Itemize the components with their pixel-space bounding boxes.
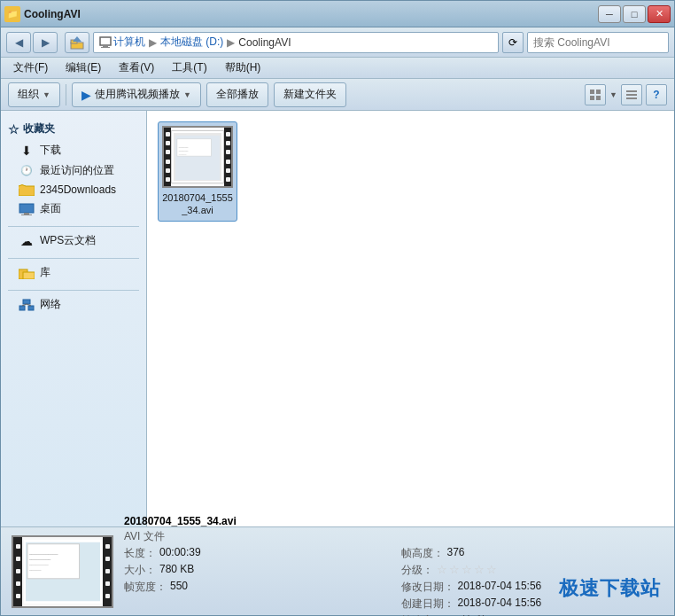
film-strip-left [164, 128, 171, 186]
duration-row: 长度： 00:00:39 [124, 546, 387, 561]
sidebar-item-desktop[interactable]: 桌面 [1, 199, 146, 219]
back-button[interactable]: ◀ [6, 32, 31, 53]
play-button[interactable]: ▶ 使用腾讯视频播放 ▼ [72, 82, 201, 107]
svg-rect-3 [100, 37, 111, 45]
search-input[interactable] [528, 36, 669, 49]
search-box: 🔍 [527, 32, 669, 53]
wps-section: ☁ WPS云文档 [1, 230, 146, 251]
maximize-button[interactable]: □ [623, 5, 646, 23]
size-value: 780 KB [159, 563, 194, 578]
breadcrumb-drive[interactable]: 本地磁盘 (D:) [160, 35, 223, 50]
recent-icon: 🕐 [19, 165, 35, 176]
favorites-header[interactable]: ☆ 收藏夹 [1, 118, 146, 140]
folder-2345-icon [19, 183, 35, 196]
breadcrumb[interactable]: 计算机 ▶ 本地磁盘 (D:) ▶ CoolingAVI [93, 32, 499, 53]
breadcrumb-computer[interactable] [99, 35, 113, 49]
height-label: 帧高度： [401, 546, 444, 561]
star-4[interactable]: ☆ [474, 563, 485, 578]
svg-marker-2 [73, 36, 81, 42]
svg-rect-14 [19, 186, 26, 189]
favorites-label: 收藏夹 [23, 121, 55, 136]
forward-button[interactable]: ▶ [33, 32, 58, 53]
sidebar-item-download[interactable]: ⬇ 下载 [1, 140, 146, 160]
svg-rect-4 [103, 45, 108, 47]
size-label: 大小： [124, 563, 156, 578]
size-row: 大小： 780 KB [124, 563, 387, 578]
file-area[interactable]: _____ _____ ____ [147, 111, 674, 526]
sidebar-divider-3 [8, 290, 139, 291]
sidebar-item-recent-label: 最近访问的位置 [40, 163, 114, 178]
fps-value: 25 帧/秒 [447, 613, 486, 617]
play-all-button[interactable]: 全部播放 [206, 82, 268, 107]
download-icon: ⬇ [19, 144, 35, 158]
menu-help[interactable]: 帮助(H) [218, 58, 268, 77]
sidebar-item-wps-label: WPS云文档 [40, 233, 96, 248]
duration-value: 00:00:39 [159, 546, 201, 561]
new-folder-label: 新建文件夹 [283, 87, 337, 102]
fps-row: 帧速率： 25 帧/秒 [401, 613, 664, 617]
sidebar-divider-1 [8, 226, 139, 227]
star-5[interactable]: ☆ [486, 563, 497, 578]
toolbar: 组织 ▼ ▶ 使用腾讯视频播放 ▼ 全部播放 新建文件夹 ▼ [1, 79, 674, 111]
sidebar-item-2345[interactable]: 2345Downloads [1, 181, 146, 199]
bottom-film-content: ____________ _________ ________ _____ [24, 540, 102, 604]
svg-rect-17 [21, 214, 32, 215]
file-item[interactable]: _____ _____ ____ [158, 121, 237, 222]
svg-rect-21 [19, 306, 25, 310]
favorites-section: ☆ 收藏夹 ⬇ 下载 🕐 最近访问的位置 [1, 118, 146, 219]
star-rating[interactable]: ☆ ☆ ☆ ☆ ☆ [437, 563, 497, 578]
sidebar-divider-2 [8, 258, 139, 259]
svg-rect-6 [590, 90, 594, 94]
svg-text:____: ____ [178, 152, 187, 155]
network-section: 网络 [1, 294, 146, 315]
favorites-icon: ☆ [8, 122, 19, 136]
fps-label: 帧速率： [401, 613, 444, 617]
bottom-filename: 20180704_1555_34.avi [124, 515, 663, 527]
svg-rect-22 [28, 306, 34, 310]
svg-rect-5 [101, 47, 110, 48]
breadcrumb-computer-text[interactable]: 计算机 [113, 35, 145, 50]
sidebar: ☆ 收藏夹 ⬇ 下载 🕐 最近访问的位置 [1, 111, 147, 526]
svg-rect-15 [19, 204, 34, 213]
bottom-thumbnail: ____________ _________ ________ _____ [12, 535, 113, 608]
help-button[interactable]: ? [646, 84, 667, 105]
menu-view[interactable]: 查看(V) [112, 58, 161, 77]
sidebar-item-library-label: 库 [40, 265, 50, 280]
new-folder-button[interactable]: 新建文件夹 [274, 82, 346, 107]
svg-text:_____: _____ [27, 566, 41, 571]
sidebar-item-network-label: 网络 [40, 297, 61, 312]
star-1[interactable]: ☆ [437, 563, 447, 578]
window-controls: ─ □ ✕ [598, 5, 671, 23]
svg-rect-12 [626, 97, 637, 99]
organize-button[interactable]: 组织 ▼ [8, 82, 60, 107]
close-button[interactable]: ✕ [648, 5, 671, 23]
up-button[interactable] [65, 32, 89, 53]
view-dropdown-arrow[interactable]: ▼ [609, 90, 617, 99]
star-3[interactable]: ☆ [462, 563, 472, 578]
view-dropdown-button[interactable] [585, 84, 606, 105]
menu-tools[interactable]: 工具(T) [165, 58, 213, 77]
star-2[interactable]: ☆ [449, 563, 460, 578]
view-details-button[interactable] [621, 84, 642, 105]
watermark: 极速下载站 [559, 575, 661, 602]
sidebar-item-library[interactable]: 库 [1, 262, 146, 283]
minimize-button[interactable]: ─ [598, 5, 621, 23]
refresh-button[interactable]: ⟳ [502, 32, 524, 53]
play-all-label: 全部播放 [216, 87, 259, 102]
sidebar-item-recent[interactable]: 🕐 最近访问的位置 [1, 160, 146, 181]
svg-rect-11 [626, 94, 637, 96]
network-icon [19, 299, 35, 311]
bottom-film-right [103, 537, 112, 606]
breadcrumb-current: CoolingAVI [238, 36, 291, 49]
bottom-panel: ____________ _________ ________ _____ 20… [1, 526, 674, 615]
menu-bar: 文件(F) 编辑(E) 查看(V) 工具(T) 帮助(H) [1, 58, 674, 79]
sidebar-item-wps[interactable]: ☁ WPS云文档 [1, 230, 146, 251]
sidebar-item-2345-label: 2345Downloads [40, 183, 116, 196]
toolbar-separator-1 [66, 84, 66, 105]
sidebar-item-network[interactable]: 网络 [1, 294, 146, 315]
height-value: 376 [447, 546, 465, 561]
rating-label: 分级： [401, 563, 433, 578]
film-strip-right [224, 128, 231, 186]
menu-edit[interactable]: 编辑(E) [58, 58, 108, 77]
menu-file[interactable]: 文件(F) [6, 58, 55, 77]
